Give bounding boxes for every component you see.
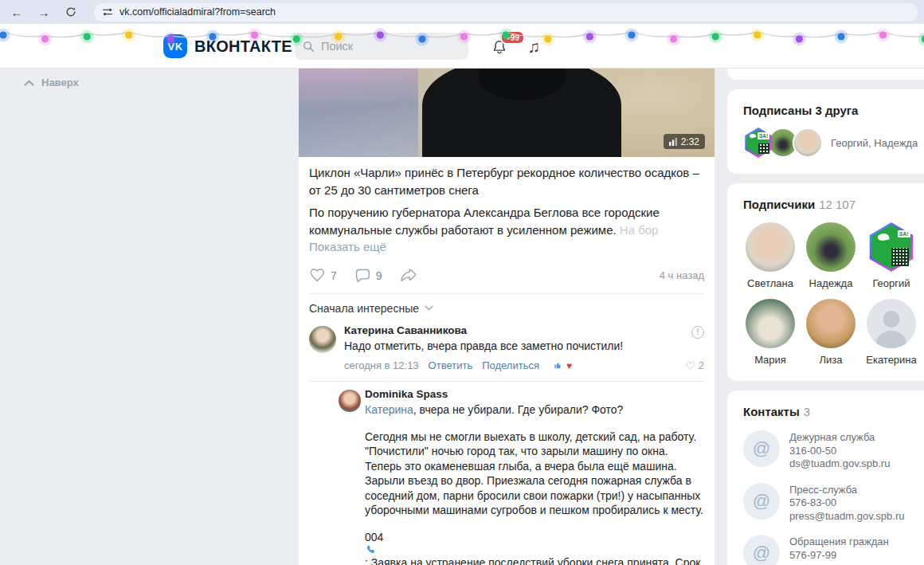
post-actions-row: 7 9 4 ч назад — [309, 265, 704, 286]
comment-button[interactable]: 9 — [354, 267, 382, 284]
reply-link[interactable]: Ответить — [429, 359, 473, 371]
reactions-group[interactable]: ♥ — [550, 358, 577, 373]
contacts-card: Контакты3 @Дежурная служба316-00-50ds@tu… — [727, 390, 924, 565]
heart-reaction-icon[interactable]: ♥ — [562, 358, 577, 373]
avatar[interactable] — [746, 299, 795, 348]
contact-email: ds@tuadm.gov.spb.ru — [789, 457, 890, 471]
contact-phone: 316-00-50 — [789, 445, 890, 458]
browser-reload-icon[interactable] — [61, 3, 81, 21]
browser-back-icon[interactable]: ← — [6, 3, 27, 21]
share-link[interactable]: Поделиться — [482, 359, 539, 371]
contacts-card-title: Контакты3 — [743, 405, 918, 418]
notifications-button[interactable]: +99 — [489, 37, 510, 57]
contact-item[interactable]: @Обращения граждан576-97-99 — [743, 535, 918, 565]
site-settings-icon[interactable] — [102, 6, 113, 18]
comment-time: сегодня в 12:13 — [344, 359, 419, 371]
follower-name: Светлана — [747, 277, 793, 289]
qr-hexagon-avatar[interactable]: ЗА! — [867, 222, 916, 272]
post-body: По поручению губернатора Александра Бегл… — [309, 204, 704, 256]
at-sign-icon: @ — [743, 535, 780, 565]
vk-logo[interactable]: VK — [163, 34, 187, 58]
notifications-count-badge: +99 — [500, 30, 525, 45]
friends-row[interactable]: ЗА! Георгий, Надежда, Све — [743, 128, 918, 158]
like-count: 7 — [331, 269, 337, 282]
comment-bubble-icon — [354, 267, 371, 284]
friends-subscribed-card: Подписаны 3 друга ЗА! Георгий, Надежда, … — [727, 89, 924, 174]
comment-text: 004 : Заявка на устранение последствий у… — [365, 530, 704, 565]
comments-sort-dropdown[interactable]: Сначала интересные — [309, 302, 704, 315]
phone-icon — [365, 544, 376, 555]
heart-icon — [309, 267, 326, 284]
contact-details: Обращения граждан576-97-99 — [789, 535, 889, 565]
contact-phone: 576-83-00 — [789, 496, 904, 510]
avatar[interactable] — [793, 128, 823, 158]
like-button[interactable]: 7 — [309, 267, 337, 284]
comment-meta-row: сегодня в 12:13 Ответить Поделиться ♥ ♡2 — [344, 358, 704, 373]
follower-name: Мария — [754, 354, 786, 366]
search-box[interactable] — [295, 33, 468, 60]
post-body-text: По поручению губернатора Александра Бегл… — [309, 206, 660, 237]
contact-name: Дежурная служба — [789, 431, 890, 445]
contact-item[interactable]: @Дежурная служба316-00-50ds@tuadm.gov.sp… — [743, 430, 918, 471]
back-to-top-link[interactable]: Наверх — [24, 77, 79, 88]
follower-item[interactable]: Надежда — [804, 222, 858, 289]
follower-item[interactable]: Мария — [743, 299, 797, 366]
avatar[interactable] — [309, 326, 336, 353]
music-button[interactable]: ♫ — [523, 37, 544, 57]
chevron-down-icon — [425, 305, 433, 311]
divider — [309, 293, 704, 294]
follower-item[interactable]: Светлана — [743, 222, 797, 289]
heart-outline-icon: ♡ — [685, 360, 695, 371]
avatar[interactable] — [867, 299, 916, 348]
comment-info-icon[interactable]: ! — [691, 326, 704, 339]
contact-details: Пресс-служба576-83-00press@tuadm.gov.spb… — [789, 483, 904, 524]
url-text[interactable]: vk.com/officialadmiral?from=search — [119, 6, 276, 18]
contact-details: Дежурная служба316-00-50ds@tuadm.gov.spb… — [789, 430, 890, 471]
search-input[interactable] — [321, 40, 448, 53]
followers-card-title: Подписчики12 107 — [743, 198, 918, 211]
post-title: Циклон «Чарли» принёс в Петербург рекорд… — [309, 164, 704, 198]
follower-item[interactable]: ЗА!Георгий — [864, 222, 918, 289]
followers-grid: СветланаНадеждаЗА!ГеоргийМарияЛизаЕкатер… — [743, 222, 918, 366]
qr-hexagon-avatar[interactable]: ЗА! — [743, 128, 773, 158]
avatar[interactable] — [806, 299, 855, 348]
browser-forward-icon[interactable]: → — [33, 3, 54, 21]
comment-count: 9 — [376, 269, 382, 282]
friends-avatars: ЗА! — [743, 128, 823, 158]
views-bars-icon — [669, 138, 677, 146]
follower-item[interactable]: Екатерина — [864, 299, 918, 366]
share-button[interactable] — [400, 267, 417, 284]
comment-text: Сегодня мы не смогли выехать в школу, де… — [365, 430, 704, 518]
avatar[interactable] — [339, 390, 361, 412]
avatar[interactable] — [746, 222, 795, 272]
contact-email: press@tuadm.gov.spb.ru — [789, 510, 904, 524]
comment-text: Катерина, вчера не убирали. Где убирали?… — [365, 402, 704, 418]
video-bg-road — [299, 69, 418, 157]
follower-name: Георгий — [872, 277, 910, 289]
followers-count: 12 107 — [819, 198, 855, 211]
contact-name: Пресс-служба — [789, 484, 904, 497]
comment-author[interactable]: Dominika Spass — [365, 388, 704, 400]
at-sign-icon: @ — [743, 430, 780, 467]
search-icon — [303, 41, 315, 53]
video-duration: 2:32 — [681, 136, 699, 147]
contact-item[interactable]: @Пресс-служба576-83-00press@tuadm.gov.sp… — [743, 483, 918, 524]
show-more-link[interactable]: Показать ещё — [309, 240, 386, 253]
address-bar[interactable]: vk.com/officialadmiral?from=search — [94, 3, 918, 22]
post-body-truncated: На бор — [617, 223, 659, 237]
share-arrow-icon — [400, 267, 417, 284]
video-thumbnail[interactable]: 2:32 — [299, 69, 715, 157]
mention-link[interactable]: Катерина — [365, 403, 413, 416]
post-card: 2:32 Циклон «Чарли» принёс в Петербург р… — [299, 69, 715, 565]
music-note-icon: ♫ — [527, 37, 540, 57]
back-to-top-label: Наверх — [41, 77, 79, 88]
comment-author[interactable]: Катерина Саванникова — [344, 324, 704, 336]
avatar[interactable] — [806, 222, 855, 272]
contact-name: Обращения граждан — [789, 536, 889, 549]
follower-name: Надежда — [809, 277, 853, 289]
friends-card-title: Подписаны 3 друга — [743, 104, 918, 117]
comment-like-count[interactable]: ♡2 — [685, 359, 704, 371]
follower-item[interactable]: Лиза — [804, 299, 858, 366]
contacts-list: @Дежурная служба316-00-50ds@tuadm.gov.sp… — [743, 430, 918, 565]
vk-wordmark[interactable]: ВКОНТАКТЕ — [194, 37, 292, 56]
